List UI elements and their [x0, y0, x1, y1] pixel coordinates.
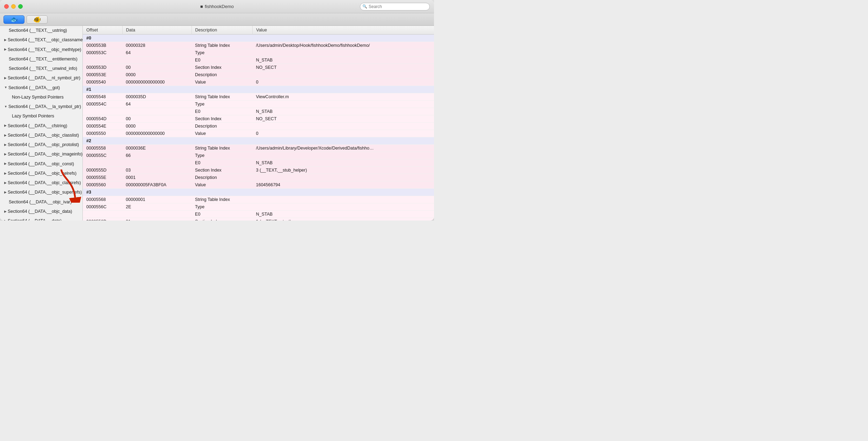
group-label: #2	[83, 137, 434, 145]
sidebar-item-section64-data-objc-selrefs[interactable]: Section64 (__DATA,__objc_selrefs)	[0, 169, 82, 178]
arrow-icon	[4, 180, 7, 186]
sidebar-item-section64-text-entitlements[interactable]: Section64 (__TEXT,__entitlements)	[0, 55, 82, 64]
sidebar-item-section64-text-objc-methtype[interactable]: Section64 (__TEXT,__objc_methtype)	[0, 45, 82, 55]
cell-value: NO_SECT	[252, 64, 434, 71]
table-row: E0N_STAB	[83, 211, 434, 218]
sidebar-item-section64-data-objc-classrefs[interactable]: Section64 (__DATA,__objc_classrefs)	[0, 178, 82, 188]
table-row: 0000553E0000Description	[83, 71, 434, 79]
col-offset: Offset	[83, 26, 122, 35]
cell-description: E0	[191, 57, 252, 64]
arrow-icon	[4, 171, 7, 176]
cell-data: 000000005FA3BF0A	[122, 181, 191, 189]
sidebar-item-section64-data-la-symbol-ptr[interactable]: Section64 (__DATA,__la_symbol_ptr)	[0, 102, 82, 111]
sidebar-item-section64-data-objc-const[interactable]: Section64 (__DATA,__objc_const)	[0, 159, 82, 169]
table-row: 0000556800000001String Table Index	[83, 196, 434, 203]
cell-data	[122, 108, 191, 115]
table-row: 0000553C64Type	[83, 49, 434, 57]
cell-description: Type	[191, 203, 252, 211]
table-row: E0N_STAB	[83, 57, 434, 64]
cell-description: Value	[191, 130, 252, 137]
cell-data: 0000035D	[122, 93, 191, 101]
cell-offset: 0000553E	[83, 71, 122, 79]
cell-offset	[83, 159, 122, 167]
cell-data: 01	[122, 218, 191, 221]
sidebar-item-section64-data-cfstring[interactable]: Section64 (__DATA,__cfstring)	[0, 121, 82, 131]
sidebar-item-section64-data-objc-classlist[interactable]: Section64 (__DATA,__objc_classlist)	[0, 131, 82, 140]
table-row: 0000553D00Section IndexNO_SECT	[83, 64, 434, 71]
cell-offset	[83, 57, 122, 64]
cell-description: String Table Index	[191, 145, 252, 152]
cell-value: ViewController.m	[252, 93, 434, 101]
cell-description: Type	[191, 101, 252, 108]
sidebar-item-section64-data-nl-symbol-ptr[interactable]: Section64 (__DATA,__nl_symbol_ptr)	[0, 73, 82, 83]
cell-value	[252, 101, 434, 108]
cell-offset: 0000555E	[83, 174, 122, 181]
cell-data: 0000	[122, 123, 191, 130]
cell-value: 1 (__TEXT,__text)	[252, 218, 434, 221]
cell-description: Value	[191, 79, 252, 86]
table-row: 000055480000035DString Table IndexViewCo…	[83, 93, 434, 101]
cell-data: 2E	[122, 203, 191, 211]
cell-offset: 00005558	[83, 145, 122, 152]
sidebar-item-section64-text-ustring[interactable]: Section64 (__TEXT,__ustring)	[0, 26, 82, 35]
cell-value: N_STAB	[252, 108, 434, 115]
cell-value: NO_SECT	[252, 115, 434, 123]
arrow-icon	[4, 37, 7, 43]
sidebar-item-section64-text-objc-classname[interactable]: Section64 (__TEXT,__objc_classname)	[0, 35, 82, 45]
tab-button-0[interactable]: 🐟	[3, 15, 24, 24]
sidebar-item-section64-data-got[interactable]: Section64 (__DATA,__got)	[0, 83, 82, 93]
table-row: 0000554C64Type	[83, 101, 434, 108]
traffic-lights	[4, 4, 23, 9]
sidebar-item-section64-data-objc-imageinfo[interactable]: Section64 (__DATA,__objc_imageinfo)	[0, 150, 82, 159]
sidebar-item-label: Section64 (__DATA,__objc_classrefs)	[8, 179, 81, 187]
cell-offset: 0000555D	[83, 167, 122, 174]
sidebar-item-section64-data-objc-protolist[interactable]: Section64 (__DATA,__objc_protolist)	[0, 140, 82, 150]
table-row: 0000555C66Type	[83, 152, 434, 159]
table-row: 0000556D01Section Index1 (__TEXT,__text)	[83, 218, 434, 221]
cell-offset: 0000556D	[83, 218, 122, 221]
table-row: E0N_STAB	[83, 108, 434, 115]
cell-offset: 0000553C	[83, 49, 122, 57]
table-row: 0000555D03Section Index3 (__TEXT,__stub_…	[83, 167, 434, 174]
cell-data	[122, 159, 191, 167]
cell-offset: 0000556C	[83, 203, 122, 211]
sidebar-item-section64-data-objc-ivar[interactable]: Section64 (__DATA,__objc_ivar)	[0, 197, 82, 207]
sidebar-item-label: Section64 (__DATA,__data)	[8, 217, 62, 220]
cell-description: Section Index	[191, 115, 252, 123]
cell-offset: 00005540	[83, 79, 122, 86]
group-label: #3	[83, 189, 434, 196]
toolbar: 🐟 🐠	[0, 13, 434, 26]
cell-description: Type	[191, 49, 252, 57]
cell-description: E0	[191, 159, 252, 167]
arrow-icon	[4, 123, 7, 128]
titlebar: ■ fishhookDemo 🔍	[0, 0, 434, 13]
sidebar-item-label: Section64 (__DATA,__cfstring)	[8, 122, 67, 130]
sidebar-item-label: Section64 (__DATA,__objc_ivar)	[9, 198, 72, 206]
cell-description: Section Index	[191, 218, 252, 221]
arrow-icon	[4, 152, 7, 157]
table-area[interactable]: Offset Data Description Value #00000553B…	[83, 26, 434, 220]
arrow-icon	[4, 133, 7, 138]
close-button[interactable]	[4, 4, 9, 9]
cell-description: Value	[191, 181, 252, 189]
arrow-icon	[4, 190, 7, 195]
cell-value	[252, 196, 434, 203]
cell-data: 03	[122, 167, 191, 174]
cell-value	[252, 203, 434, 211]
sidebar-item-section64-data-data[interactable]: Section64 (__DATA,__data)	[0, 216, 82, 220]
sidebar-item-section64-data-objc-superrefs[interactable]: Section64 (__DATA,__objc_superrefs)	[0, 188, 82, 197]
tab-icon-1: 🐠	[33, 16, 41, 23]
sidebar-item-non-lazy-symbol-pointers[interactable]: Non-Lazy Symbol Pointers	[0, 93, 82, 102]
cell-data: 0001	[122, 174, 191, 181]
sidebar-item-section64-data-objc-data[interactable]: Section64 (__DATA,__objc_data)	[0, 207, 82, 216]
maximize-button[interactable]	[18, 4, 23, 9]
tab-button-1[interactable]: 🐠	[27, 15, 48, 24]
sidebar-item-lazy-symbol-pointers[interactable]: Lazy Symbol Pointers	[0, 111, 82, 121]
table-header: Offset Data Description Value	[83, 26, 434, 35]
sidebar-item-label: Section64 (__DATA,__objc_const)	[8, 160, 74, 168]
sidebar-item-section64-text-unwind-info[interactable]: Section64 (__TEXT,__unwind_info)	[0, 64, 82, 73]
search-input[interactable]	[360, 3, 430, 10]
minimize-button[interactable]	[11, 4, 16, 9]
cell-value	[252, 49, 434, 57]
cell-value: 0	[252, 79, 434, 86]
